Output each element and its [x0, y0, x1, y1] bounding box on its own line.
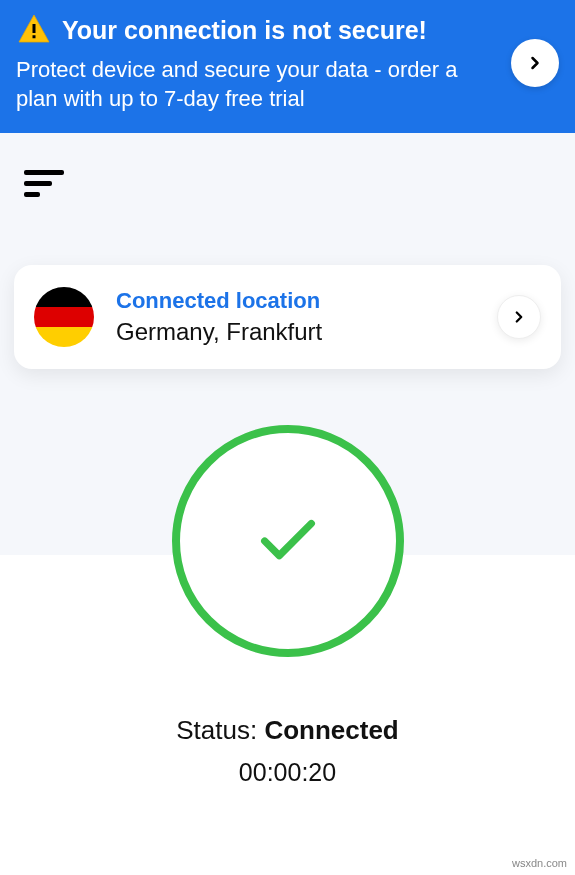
connection-indicator[interactable] [172, 425, 404, 657]
status-value: Connected [264, 715, 398, 745]
security-banner[interactable]: Your connection is not secure! Protect d… [0, 0, 575, 133]
checkmark-icon [253, 506, 323, 576]
banner-title: Your connection is not secure! [62, 16, 427, 45]
status-text: Status: Connected [176, 715, 399, 746]
chevron-right-icon [525, 53, 545, 73]
svg-rect-2 [34, 287, 94, 307]
warning-icon [16, 12, 52, 48]
location-card[interactable]: Connected location Germany, Frankfurt [14, 265, 561, 369]
svg-rect-0 [33, 24, 36, 33]
menu-icon [24, 170, 64, 175]
location-select-button[interactable] [497, 295, 541, 339]
location-value: Germany, Frankfurt [116, 318, 475, 346]
location-text: Connected location Germany, Frankfurt [116, 288, 475, 346]
banner-content: Your connection is not secure! Protect d… [16, 12, 499, 113]
location-label: Connected location [116, 288, 475, 314]
banner-action-button[interactable] [511, 39, 559, 87]
watermark: wsxdn.com [512, 857, 567, 869]
svg-rect-4 [34, 327, 94, 347]
svg-rect-3 [34, 307, 94, 327]
menu-button[interactable] [24, 161, 74, 205]
chevron-right-icon [510, 308, 528, 326]
banner-subtitle: Protect device and secure your data - or… [16, 56, 499, 113]
germany-flag-icon [34, 287, 94, 347]
status-label: Status: [176, 715, 264, 745]
svg-rect-1 [33, 35, 36, 38]
connection-timer: 00:00:20 [239, 758, 336, 787]
